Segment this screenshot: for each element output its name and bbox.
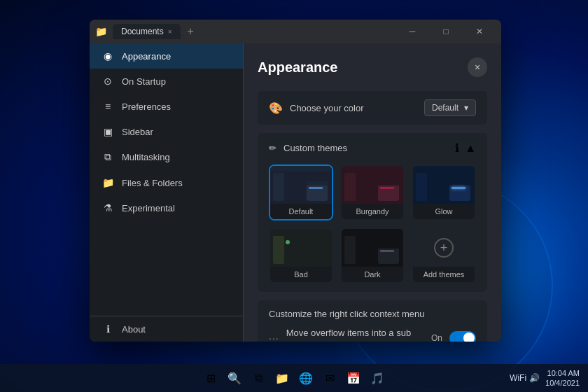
color-dropdown[interactable]: Default ▾ — [424, 99, 476, 116]
themes-icon: ✏ — [269, 143, 276, 153]
theme-card-default[interactable]: Default — [269, 164, 333, 220]
themes-header: ✏ Custom themes ℹ ▲ — [269, 141, 476, 155]
preferences-icon: ≡ — [101, 101, 115, 112]
explorer-window-icon: 📁 — [95, 26, 107, 37]
time-display: 10:04 AM — [545, 368, 580, 378]
settings-item-experimental[interactable]: ⚗ Experimental — [90, 195, 243, 220]
theme-preview-bad — [270, 229, 332, 267]
color-value: Default — [432, 103, 458, 113]
collapse-icon[interactable]: ▲ — [465, 142, 476, 155]
volume-icon[interactable]: 🔊 — [529, 373, 540, 383]
taskbar-center: ⊞ 🔍 ⧉ 📁 🌐 ✉ 📅 🎵 — [201, 368, 387, 388]
appearance-dialog: Appearance × 🎨 Choose your color Default… — [244, 43, 501, 342]
theme-label-dark: Dark — [342, 267, 403, 282]
context-row: ··· Move overflow items into a sub menu … — [269, 328, 476, 342]
context-section: Customize the right click context menu ·… — [258, 300, 487, 342]
multitasking-icon: ⧉ — [101, 151, 115, 163]
info-icon[interactable]: ℹ — [455, 141, 459, 155]
maximize-button[interactable]: □ — [430, 22, 462, 41]
add-themes-icon: + — [434, 238, 454, 258]
settings-item-onstartup[interactable]: ⊙ On Startup — [90, 69, 243, 94]
theme-preview-dark — [342, 229, 403, 267]
settings-item-label: Files & Folders — [122, 178, 183, 188]
theme-card-dark[interactable]: Dark — [340, 227, 405, 284]
theme-preview-add: + — [413, 229, 475, 267]
overflow-toggle[interactable] — [449, 331, 476, 342]
themes-actions: ℹ ▲ — [455, 141, 476, 155]
taskbar-search-button[interactable]: 🔍 — [225, 368, 244, 388]
toggle-on-label: On — [431, 333, 442, 342]
about-label: About — [122, 324, 146, 335]
taskbar-mail-icon[interactable]: ✉ — [320, 368, 340, 388]
context-row-label: Move overflow items into a sub menu — [286, 328, 424, 342]
settings-item-label: Sidebar — [122, 127, 153, 137]
settings-item-label: Experimental — [122, 203, 175, 214]
explorer-window: 📁 Documents × + ─ □ ✕ ← → ↑ ↺ Windows (C… — [90, 20, 501, 342]
toggle-knob — [463, 332, 475, 342]
tab-label: Documents — [121, 27, 164, 36]
settings-panel: ◉ Appearance ⊙ On Startup ≡ Preferences … — [90, 43, 244, 342]
theme-label-bad: Bad — [270, 267, 332, 282]
files-folders-icon: 📁 — [101, 177, 115, 188]
taskbar-music-icon[interactable]: 🎵 — [368, 368, 387, 388]
overflow-icon: ··· — [269, 332, 279, 342]
start-button[interactable]: ⊞ — [201, 368, 220, 388]
taskbar: ⊞ 🔍 ⧉ 📁 🌐 ✉ 📅 🎵 WiFi 🔊 10:04 AM 10/4/202… — [0, 364, 588, 392]
theme-label-burgandy: Burgandy — [342, 204, 403, 219]
settings-item-appearance[interactable]: ◉ Appearance — [90, 43, 243, 69]
about-icon: ℹ — [101, 323, 115, 335]
settings-item-label: Appearance — [122, 51, 171, 62]
settings-item-files-folders[interactable]: 📁 Files & Folders — [90, 170, 243, 195]
settings-item-label: Multitasking — [122, 152, 170, 162]
taskview-button[interactable]: ⧉ — [248, 368, 268, 388]
settings-item-sidebar[interactable]: ▣ Sidebar — [90, 119, 243, 144]
color-section: 🎨 Choose your color Default ▾ — [258, 91, 487, 125]
tab-documents[interactable]: Documents × — [113, 24, 181, 39]
color-label: 🎨 Choose your color — [269, 102, 364, 115]
sidebar-icon: ▣ — [101, 126, 115, 137]
theme-preview-glow — [413, 166, 475, 204]
theme-preview-default — [270, 166, 332, 204]
network-tray-icon[interactable]: WiFi — [510, 373, 526, 383]
theme-card-burgandy[interactable]: Burgandy — [340, 164, 405, 220]
settings-item-multitasking[interactable]: ⧉ Multitasking — [90, 144, 243, 170]
new-tab-icon[interactable]: + — [183, 25, 198, 38]
close-button[interactable]: ✕ — [463, 22, 496, 41]
settings-bottom: ℹ About — [90, 316, 243, 342]
theme-label-add: Add themes — [413, 267, 475, 282]
clock[interactable]: 10:04 AM 10/4/2021 — [545, 368, 580, 388]
taskbar-calendar-icon[interactable]: 📅 — [344, 368, 363, 388]
color-label-text: Choose your color — [290, 103, 364, 113]
settings-item-about[interactable]: ℹ About — [90, 316, 243, 342]
taskbar-right: WiFi 🔊 10:04 AM 10/4/2021 — [510, 368, 580, 388]
settings-item-label: On Startup — [122, 76, 166, 87]
color-icon: 🎨 — [269, 102, 283, 115]
theme-label-default: Default — [270, 204, 332, 219]
dialog-close-button[interactable]: × — [468, 57, 487, 77]
taskbar-browser-icon[interactable]: 🌐 — [296, 368, 316, 388]
context-title: Customize the right click context menu — [269, 309, 476, 319]
minimize-button[interactable]: ─ — [396, 22, 428, 41]
themes-section: ✏ Custom themes ℹ ▲ — [258, 133, 487, 292]
theme-card-add[interactable]: + Add themes — [412, 227, 476, 284]
theme-label-glow: Glow — [413, 204, 475, 219]
settings-item-label: Preferences — [122, 102, 171, 112]
themes-title-row: ✏ Custom themes — [269, 143, 347, 153]
title-bar: 📁 Documents × + ─ □ ✕ — [90, 20, 501, 43]
chevron-down-icon: ▾ — [464, 103, 468, 113]
theme-card-bad[interactable]: Bad — [269, 227, 333, 284]
dialog-header: Appearance × — [258, 57, 487, 77]
dialog-title: Appearance — [258, 59, 338, 76]
tab-close-icon[interactable]: × — [168, 28, 172, 36]
title-bar-tabs: Documents × + — [113, 24, 391, 39]
date-display: 10/4/2021 — [545, 378, 580, 388]
onstartup-icon: ⊙ — [101, 76, 115, 87]
system-tray-icons: WiFi 🔊 — [510, 373, 540, 383]
settings-item-preferences[interactable]: ≡ Preferences — [90, 94, 243, 119]
theme-preview-burgandy — [342, 166, 403, 204]
theme-card-glow[interactable]: Glow — [412, 164, 476, 220]
window-controls: ─ □ ✕ — [396, 22, 496, 41]
themes-grid: Default Burgandy — [269, 164, 476, 284]
experimental-icon: ⚗ — [101, 202, 115, 214]
taskbar-explorer-icon[interactable]: 📁 — [272, 368, 292, 388]
